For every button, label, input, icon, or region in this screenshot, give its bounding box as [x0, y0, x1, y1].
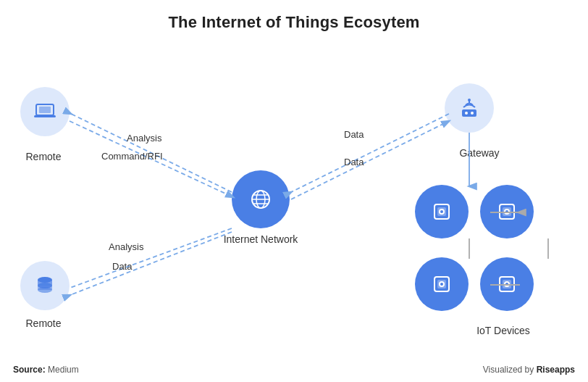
- svg-point-21: [440, 210, 443, 213]
- diagram-area: Remote Remote Internet Network Gateway I…: [0, 43, 588, 353]
- svg-point-29: [440, 283, 443, 286]
- svg-point-7: [38, 287, 52, 293]
- svg-line-44: [70, 232, 232, 295]
- svg-line-42: [70, 228, 232, 288]
- iot-device-1-node: [415, 185, 469, 238]
- internet-network-node: [232, 170, 290, 228]
- remote-top-node: [20, 87, 70, 136]
- svg-point-17: [468, 99, 471, 101]
- footer: Source: Medium Visualized by Riseapps: [0, 365, 588, 375]
- source-value: Medium: [48, 365, 79, 375]
- viz-credit: Visualized by Riseapps: [483, 365, 575, 375]
- iot-devices-label: IoT Devices: [456, 325, 550, 336]
- svg-text:Analysis: Analysis: [109, 241, 144, 252]
- svg-line-34: [71, 114, 232, 192]
- svg-text:Analysis: Analysis: [127, 133, 162, 144]
- remote-bottom-label: Remote: [7, 317, 80, 329]
- svg-point-15: [471, 112, 474, 115]
- svg-point-33: [505, 283, 508, 286]
- svg-point-25: [505, 210, 508, 213]
- svg-text:Data: Data: [344, 129, 364, 140]
- remote-top-label: Remote: [7, 151, 80, 162]
- svg-text:Data: Data: [344, 157, 364, 167]
- svg-point-14: [465, 112, 468, 115]
- svg-rect-13: [462, 109, 476, 117]
- iot-device-3-node: [415, 257, 469, 311]
- viz-label: Visualized by: [483, 365, 534, 375]
- svg-text:Data: Data: [112, 261, 133, 272]
- viz-brand: Riseapps: [537, 365, 575, 375]
- internet-network-label: Internet Network: [210, 233, 311, 245]
- source-label: Source:: [13, 365, 46, 375]
- svg-line-40: [291, 121, 449, 199]
- source-info: Source: Medium: [13, 365, 79, 375]
- page-title: The Internet of Things Ecosytem: [0, 0, 588, 32]
- svg-rect-2: [34, 115, 56, 117]
- svg-line-36: [70, 121, 233, 197]
- remote-bottom-node: [20, 261, 70, 310]
- iot-device-2-node: [480, 185, 534, 238]
- svg-text:Command/RFI: Command/RFI: [101, 151, 163, 162]
- gateway-node: [445, 83, 494, 133]
- gateway-label: Gateway: [447, 147, 512, 159]
- svg-rect-1: [39, 107, 51, 113]
- svg-line-38: [291, 114, 449, 192]
- iot-device-4-node: [480, 257, 534, 311]
